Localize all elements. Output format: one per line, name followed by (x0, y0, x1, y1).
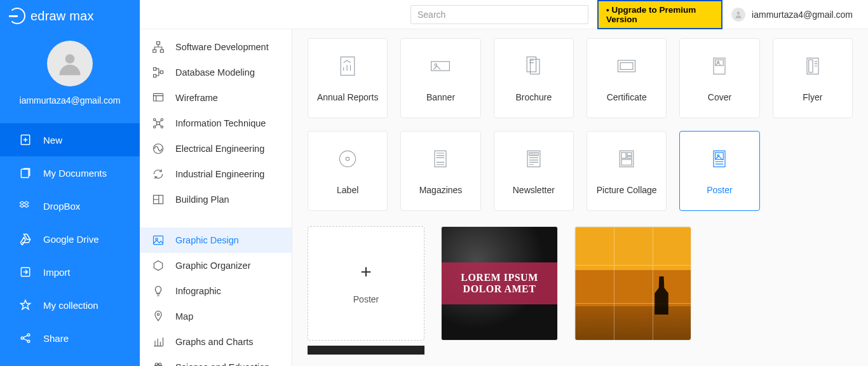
import-icon (19, 266, 32, 278)
cat-information-technique[interactable]: Information Technique (140, 111, 292, 136)
svg-point-0 (737, 11, 740, 15)
type-label: Annual Reports (317, 92, 379, 102)
search-wrap (410, 5, 588, 24)
cat-label: Software Development (175, 42, 269, 52)
avatar[interactable] (47, 41, 93, 86)
type-certificate[interactable]: Certificate (587, 38, 667, 118)
bar-chart-icon (151, 335, 165, 349)
bulb-icon (151, 284, 165, 298)
brochure-icon (522, 54, 546, 78)
cat-software-development[interactable]: Software Development (140, 34, 292, 60)
cat-label: Graphic Design (175, 235, 239, 245)
type-label: Picture Collage (597, 185, 657, 195)
cycle-icon (151, 167, 165, 181)
user-chip[interactable]: iammurtaza4@gmail.com (731, 8, 853, 22)
cat-label: Information Technique (175, 118, 266, 128)
type-poster[interactable]: Poster (679, 131, 759, 211)
nav-my-documents[interactable]: My Documents (0, 156, 140, 189)
type-annual-reports[interactable]: Annual Reports (308, 38, 388, 118)
svg-rect-50 (627, 152, 632, 156)
cat-infographic[interactable]: Infographic (140, 278, 292, 304)
avatar-icon (731, 8, 745, 22)
hierarchy-icon (151, 40, 165, 54)
cat-science-and-education[interactable]: Science and Education (140, 355, 292, 366)
upgrade-button[interactable]: • Upgrade to Premium Version (597, 0, 722, 29)
svg-point-1 (65, 54, 75, 64)
type-newsletter[interactable]: NEWS Newsletter (494, 131, 574, 211)
cat-industrial-engineering[interactable]: Industrial Engineering (140, 161, 292, 187)
floorplan-icon (151, 193, 165, 207)
app-root: • Upgrade to Premium Version iammurtaza4… (0, 0, 868, 366)
template-thumb-partial[interactable] (308, 346, 424, 355)
svg-point-16 (154, 119, 156, 121)
template-lorem-ipsum[interactable]: LOREM IPSUM DOLOR AMET (441, 226, 558, 341)
cat-map[interactable]: Map (140, 304, 292, 329)
type-magazines[interactable]: Magazines (400, 131, 480, 211)
svg-rect-36 (620, 63, 633, 70)
logo-text: edraw max (31, 9, 94, 24)
banner-icon (428, 54, 452, 78)
cat-electrical-engineering[interactable]: Electrical Engineering (140, 136, 292, 161)
svg-point-24 (157, 313, 159, 315)
svg-point-42 (340, 151, 356, 166)
nav-label: My Documents (43, 168, 107, 179)
cover-icon (707, 54, 731, 78)
profile-block: iammurtaza4@gmail.com (0, 29, 140, 119)
disc-icon (336, 147, 360, 171)
template-type-grid: Annual Reports Banner Brochure Certifica… (305, 38, 855, 211)
share-icon (19, 332, 32, 344)
database-icon (151, 65, 165, 79)
type-label: Newsletter (513, 185, 555, 195)
type-label: Cover (708, 92, 731, 102)
type-label: Certificate (607, 92, 647, 102)
template-new-poster[interactable]: + Poster (308, 226, 424, 341)
svg-point-43 (346, 157, 349, 160)
template-label: Poster (353, 294, 379, 304)
cat-graphic-organizer[interactable]: Graphic Organizer (140, 253, 292, 278)
svg-rect-22 (154, 236, 163, 244)
category-column: Software Development Database Modeling W… (140, 0, 292, 366)
svg-rect-52 (621, 159, 632, 165)
report-icon (336, 54, 360, 78)
poster-icon (707, 147, 731, 171)
type-brochure[interactable]: Brochure (494, 38, 574, 118)
type-banner[interactable]: Banner (400, 38, 480, 118)
logo[interactable]: edraw max (0, 0, 140, 29)
cat-graphs-and-charts[interactable]: Graphs and Charts (140, 329, 292, 355)
search-input[interactable] (410, 5, 588, 24)
grid-overlay (575, 227, 691, 340)
dropbox-icon (19, 200, 32, 212)
cat-label: Graphic Organizer (175, 261, 250, 271)
type-flyer[interactable]: Flyer (773, 38, 853, 118)
cat-graphic-design[interactable]: Graphic Design (140, 227, 292, 253)
svg-rect-49 (621, 152, 626, 158)
nav: New My Documents DropBox Google Drive Im… (0, 119, 140, 366)
cat-building-plan[interactable]: Building Plan (140, 187, 292, 212)
network-icon (151, 116, 165, 130)
template-title-band: LOREM IPSUM DOLOR AMET (442, 262, 557, 304)
profile-email: iammurtaza4@gmail.com (20, 95, 121, 105)
collage-icon (614, 147, 639, 171)
sine-icon (151, 142, 165, 156)
svg-point-19 (161, 126, 163, 128)
cat-label: Graphs and Charts (175, 337, 254, 347)
nav-label: DropBox (43, 201, 80, 212)
pin-icon (151, 309, 165, 323)
nav-label: Import (43, 267, 71, 278)
flyer-icon (801, 54, 825, 78)
nav-share[interactable]: Share (0, 322, 140, 355)
nav-google-drive[interactable]: Google Drive (0, 222, 140, 255)
cat-database-modeling[interactable]: Database Modeling (140, 60, 292, 85)
nav-my-collection[interactable]: My collection (0, 288, 140, 322)
type-label[interactable]: Label (308, 131, 388, 211)
wireframe-icon (151, 91, 165, 105)
template-sunset[interactable] (574, 226, 691, 341)
type-cover[interactable]: Cover (679, 38, 759, 118)
cat-wireframe[interactable]: Wireframe (140, 85, 292, 111)
cat-label: Database Modeling (175, 67, 255, 78)
nav-dropbox[interactable]: DropBox (0, 189, 140, 222)
type-picture-collage[interactable]: Picture Collage (587, 131, 667, 211)
nav-new[interactable]: New (0, 123, 140, 156)
nav-import[interactable]: Import (0, 255, 140, 288)
svg-point-17 (161, 119, 163, 121)
